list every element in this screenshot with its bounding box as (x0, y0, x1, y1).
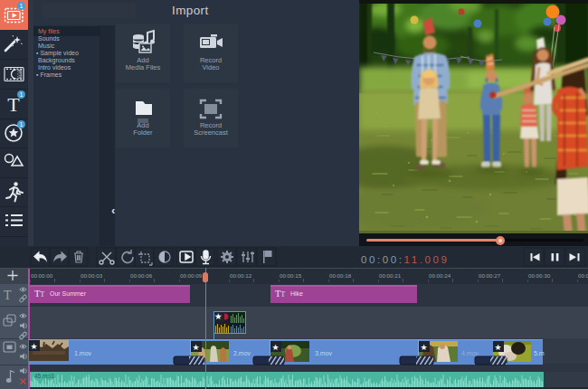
svg-text:00:00:03: 00:00:03 (81, 272, 103, 279)
svg-text:★: ★ (272, 343, 280, 352)
svg-text:00:00:18: 00:00:18 (329, 272, 352, 279)
svg-text:00:00:15: 00:00:15 (280, 272, 302, 279)
svg-text:00:00:06: 00:00:06 (130, 272, 153, 279)
svg-text:★: ★ (193, 343, 200, 352)
svg-text:★: ★ (421, 343, 428, 352)
svg-text:00:0: 00:0 (578, 272, 588, 279)
svg-text:★: ★ (495, 343, 502, 352)
svg-text:T: T (4, 289, 12, 302)
svg-text:00:00:00: 00:00:00 (31, 272, 53, 279)
svg-text:00:00:30: 00:00:30 (528, 272, 551, 279)
svg-text:00:00:09: 00:00:09 (180, 272, 203, 279)
svg-text:00:00:12: 00:00:12 (230, 272, 252, 279)
svg-text:★: ★ (31, 342, 38, 351)
svg-text:00:00:24: 00:00:24 (429, 272, 451, 279)
svg-text:00:00:27: 00:00:27 (479, 272, 501, 279)
svg-text:00:00:21: 00:00:21 (379, 272, 402, 279)
